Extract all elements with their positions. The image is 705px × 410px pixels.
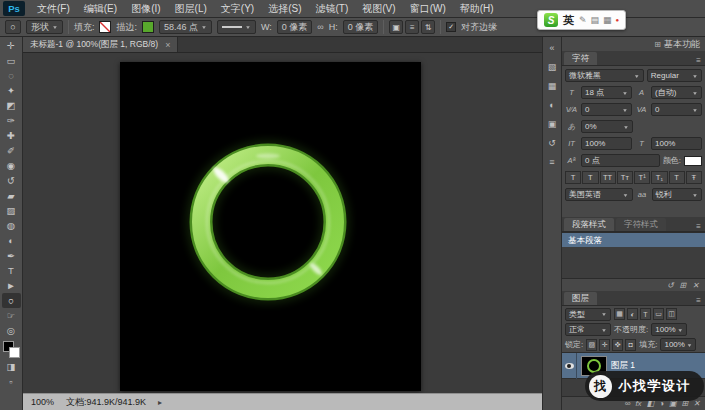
document-tab[interactable]: 未标题-1 @ 100%(图层 1, RGB/8) ×: [23, 37, 178, 52]
new-style-icon[interactable]: ⊞: [680, 281, 687, 290]
panel-menu-icon[interactable]: ≡: [694, 296, 703, 305]
background-color-swatch[interactable]: [9, 347, 20, 358]
pen-tool[interactable]: ✒: [2, 248, 21, 263]
delete-layer-icon[interactable]: ✕: [693, 399, 700, 408]
marquee-tool[interactable]: ▭: [2, 53, 21, 68]
panel-menu-icon[interactable]: ≡: [694, 56, 703, 65]
blur-tool[interactable]: ◍: [2, 218, 21, 233]
zoom-tool[interactable]: ◎: [2, 323, 21, 338]
adjustments-panel-icon[interactable]: ◐: [545, 98, 559, 111]
filter-type-layers-icon[interactable]: T: [640, 308, 651, 320]
horizontal-scale-field[interactable]: 100%: [651, 137, 702, 150]
font-family-select[interactable]: 微软雅黑 ▼: [565, 69, 644, 82]
fill-color-swatch[interactable]: [99, 21, 111, 33]
layer-visibility-toggle[interactable]: [562, 353, 577, 379]
all-caps-button[interactable]: TT: [600, 171, 616, 184]
delete-style-icon[interactable]: ✕: [692, 281, 699, 290]
menu-select[interactable]: 选择(S): [261, 0, 308, 18]
opacity-field[interactable]: 100% ▼: [651, 323, 687, 336]
hand-tool[interactable]: ☞: [2, 308, 21, 323]
sogou-toolbox-icon[interactable]: ▦: [603, 15, 612, 25]
lock-all-icon[interactable]: ◘: [625, 339, 636, 351]
link-dimensions-icon[interactable]: ∞: [317, 22, 323, 32]
properties-panel-icon[interactable]: ≡: [545, 155, 559, 168]
faux-bold-button[interactable]: T: [565, 171, 581, 184]
workspace-switcher[interactable]: 基本功能: [664, 38, 700, 51]
clone-stamp-tool[interactable]: ◉: [2, 158, 21, 173]
align-edges-checkbox[interactable]: ✓: [446, 22, 456, 32]
font-size-field[interactable]: 18 点 ▼: [581, 86, 632, 99]
filter-smart-objects-icon[interactable]: ◫: [666, 308, 677, 320]
sogou-pen-icon[interactable]: ✎: [579, 15, 587, 25]
menu-edit[interactable]: 编辑(E): [77, 0, 124, 18]
expand-dock-icon[interactable]: «: [545, 41, 559, 54]
tab-character-styles[interactable]: 字符样式: [616, 218, 666, 231]
status-menu-arrow[interactable]: ▸: [158, 398, 162, 407]
tab-character[interactable]: 字符: [564, 52, 597, 65]
lock-pixels-icon[interactable]: ✛: [599, 339, 610, 351]
menu-view[interactable]: 视图(V): [355, 0, 402, 18]
underline-button[interactable]: T: [669, 171, 685, 184]
dodge-tool[interactable]: ◐: [2, 233, 21, 248]
menu-window[interactable]: 窗口(W): [403, 0, 453, 18]
history-brush-tool[interactable]: ↺: [2, 173, 21, 188]
vertical-scale-field[interactable]: 100%: [581, 137, 632, 150]
language-select[interactable]: 美国英语 ▼: [565, 188, 633, 201]
lock-transparency-icon[interactable]: ▨: [586, 339, 597, 351]
shape-width-field[interactable]: 0 像素: [277, 20, 313, 34]
tool-mode-select[interactable]: 形状 ▼: [26, 20, 63, 34]
healing-brush-tool[interactable]: ✚: [2, 128, 21, 143]
lock-position-icon[interactable]: ✜: [612, 339, 623, 351]
strikethrough-button[interactable]: Ŧ: [686, 171, 702, 184]
sogou-logo[interactable]: S: [544, 13, 558, 27]
leading-field[interactable]: (自动) ▼: [651, 86, 702, 99]
tracking-field[interactable]: 0 ▼: [651, 103, 702, 116]
brush-tool[interactable]: ✐: [2, 143, 21, 158]
path-operations-icon[interactable]: ▣: [389, 20, 403, 34]
eyedropper-tool[interactable]: ✑: [2, 113, 21, 128]
styles-panel-icon[interactable]: ▣: [545, 117, 559, 130]
color-panel-icon[interactable]: ▧: [545, 60, 559, 73]
menu-type[interactable]: 文字(Y): [214, 0, 261, 18]
ellipse-shape-tool[interactable]: ○: [2, 293, 21, 308]
filter-adjustment-layers-icon[interactable]: ◐: [627, 308, 638, 320]
stroke-width-field[interactable]: 58.46 点 ▼: [159, 20, 212, 34]
layer-name[interactable]: 图层 1: [611, 360, 635, 372]
fill-opacity-field[interactable]: 100% ▼: [660, 338, 696, 351]
crop-tool[interactable]: ◩: [2, 98, 21, 113]
history-panel-icon[interactable]: ↺: [545, 136, 559, 149]
clear-override-icon[interactable]: ↺: [667, 281, 674, 290]
subscript-button[interactable]: T₁: [651, 171, 667, 184]
sogou-language-mode[interactable]: 英: [563, 13, 574, 28]
stroke-type-select[interactable]: ▼: [217, 20, 256, 34]
filter-pixel-layers-icon[interactable]: ▦: [614, 308, 625, 320]
path-alignment-icon[interactable]: ≡: [405, 20, 419, 34]
text-color-swatch[interactable]: [684, 156, 702, 166]
swatches-panel-icon[interactable]: ▦: [545, 79, 559, 92]
gradient-tool[interactable]: ▨: [2, 203, 21, 218]
superscript-button[interactable]: T¹: [634, 171, 650, 184]
sogou-keyboard-icon[interactable]: ▤: [591, 15, 600, 25]
menu-file[interactable]: 文件(F): [30, 0, 77, 18]
panel-menu-icon[interactable]: ≡: [694, 222, 703, 231]
tsume-field[interactable]: 0% ▼: [581, 120, 633, 133]
current-tool-icon[interactable]: ○: [5, 20, 21, 34]
style-basic-paragraph[interactable]: 基本段落: [562, 233, 705, 247]
path-arrange-icon[interactable]: ⇅: [421, 20, 435, 34]
antialias-select[interactable]: 锐利 ▼: [652, 188, 703, 201]
shape-height-field[interactable]: 0 像素: [343, 20, 379, 34]
menu-image[interactable]: 图像(I): [124, 0, 167, 18]
filter-shape-layers-icon[interactable]: ▭: [653, 308, 664, 320]
close-icon[interactable]: ×: [165, 40, 170, 50]
blend-mode-select[interactable]: 正常 ▼: [565, 323, 611, 336]
document-canvas[interactable]: [120, 62, 421, 391]
font-style-select[interactable]: Regular ▼: [647, 69, 702, 82]
canvas-area[interactable]: [23, 53, 542, 393]
menu-layer[interactable]: 图层(L): [168, 0, 214, 18]
zoom-level[interactable]: 100%: [31, 397, 54, 407]
type-tool[interactable]: T: [2, 263, 21, 278]
kerning-field[interactable]: 0 ▼: [581, 103, 632, 116]
path-selection-tool[interactable]: ►: [2, 278, 21, 293]
screen-mode-button[interactable]: ▫: [2, 374, 21, 389]
tab-paragraph-styles[interactable]: 段落样式: [564, 218, 614, 231]
